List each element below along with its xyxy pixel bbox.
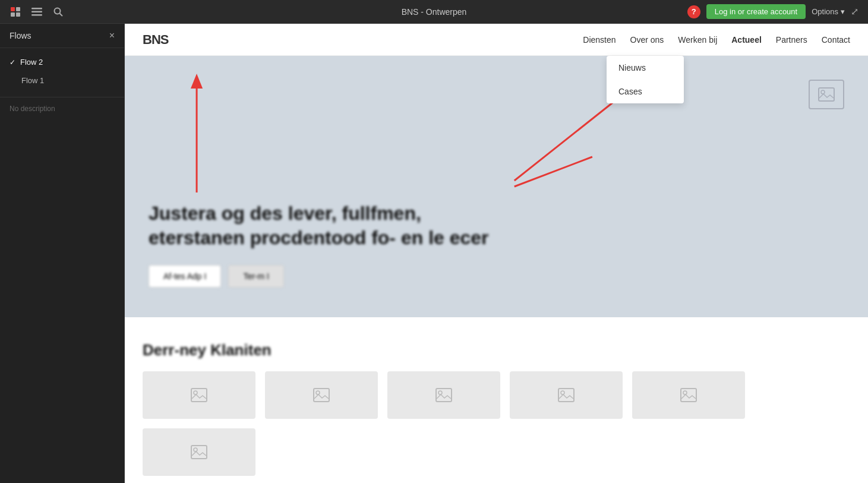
dropdown-nieuws[interactable]: Nieuws (607, 56, 684, 80)
partners-section: Derr-ney Klaniten (125, 317, 868, 483)
hero-title: Justera og des lever, fullfmen, eterstan… (149, 201, 505, 251)
svg-rect-3 (16, 12, 20, 17)
hero-secondary-button[interactable]: Ter-m I (228, 265, 284, 288)
flow2-label: Flow 2 (20, 58, 43, 67)
sidebar-description: No description (0, 97, 124, 120)
svg-rect-18 (191, 389, 207, 402)
partners-title: Derr-ney Klaniten (143, 341, 850, 359)
hero-section: Justera og des lever, fullfmen, eterstan… (125, 56, 868, 317)
svg-rect-20 (314, 389, 329, 402)
page-title: BNS - Ontwerpen (402, 7, 467, 17)
nav-diensten[interactable]: Diensten (583, 35, 616, 45)
main-layout: Flows × ✓ Flow 2 Flow 1 No description B… (0, 24, 868, 483)
logo-1 (143, 371, 255, 419)
sidebar-close-button[interactable]: × (109, 31, 115, 40)
nav-over-ons[interactable]: Over ons (630, 35, 664, 45)
site-nav: BNS Diensten Over ons Werken bij Actueel… (125, 24, 868, 56)
checkmark-icon: ✓ (10, 58, 15, 67)
hero-image-placeholder (809, 80, 844, 109)
nav-contact[interactable]: Contact (822, 35, 850, 45)
svg-point-25 (561, 391, 564, 394)
options-button[interactable]: Options ▾ (812, 7, 845, 16)
nav-partners[interactable]: Partners (776, 35, 807, 45)
svg-marker-10 (191, 74, 203, 89)
sidebar-toggle-icon[interactable] (31, 6, 43, 18)
top-bar-right: ? Log in or create account Options ▾ ⤢ (687, 4, 858, 19)
svg-rect-26 (681, 389, 696, 402)
svg-point-7 (55, 8, 61, 14)
hero-text: Justera og des lever, fullfmen, eterstan… (149, 201, 505, 288)
app-logo-icon[interactable] (10, 6, 21, 18)
top-bar: BNS - Ontwerpen ? Log in or create accou… (0, 0, 868, 24)
svg-rect-6 (31, 14, 42, 16)
expand-button[interactable]: ⤢ (851, 6, 858, 17)
svg-point-27 (683, 391, 687, 394)
svg-point-19 (194, 391, 197, 394)
logo-6 (143, 428, 255, 476)
logo-3 (387, 371, 500, 419)
content-area: BNS Diensten Over ons Werken bij Actueel… (125, 24, 868, 483)
svg-point-17 (821, 90, 825, 94)
sidebar-title: Flows (10, 31, 31, 40)
flow-item-flow2[interactable]: ✓ Flow 2 (0, 53, 124, 71)
top-bar-left (10, 6, 64, 18)
site-nav-links: Diensten Over ons Werken bij Actueel Par… (583, 35, 850, 45)
flow1-label: Flow 1 (21, 76, 44, 85)
actueel-dropdown: Nieuws Cases (607, 56, 684, 103)
svg-rect-2 (11, 12, 15, 17)
dropdown-cases[interactable]: Cases (607, 80, 684, 103)
svg-rect-4 (31, 8, 42, 10)
website-preview: BNS Diensten Over ons Werken bij Actueel… (125, 24, 868, 483)
hero-primary-button[interactable]: Af-tes Adp I (149, 265, 221, 288)
svg-rect-16 (819, 88, 834, 101)
svg-rect-5 (31, 11, 42, 12)
sidebar: Flows × ✓ Flow 2 Flow 1 No description (0, 24, 125, 483)
svg-line-8 (60, 13, 63, 16)
svg-rect-0 (11, 7, 15, 11)
chevron-down-icon: ▾ (841, 7, 845, 16)
hero-buttons: Af-tes Adp I Ter-m I (149, 265, 505, 288)
svg-rect-22 (436, 389, 452, 402)
site-logo: BNS (143, 32, 168, 48)
search-icon[interactable] (52, 6, 64, 18)
svg-line-13 (515, 157, 592, 187)
flow-list: ✓ Flow 2 Flow 1 (0, 48, 124, 94)
svg-rect-1 (16, 7, 20, 11)
logo-row (143, 371, 850, 476)
svg-point-21 (316, 391, 320, 394)
logo-2 (265, 371, 378, 419)
nav-actueel[interactable]: Actueel (731, 35, 762, 45)
sidebar-header: Flows × (0, 24, 124, 48)
help-button[interactable]: ? (687, 5, 700, 18)
login-button[interactable]: Log in or create account (706, 4, 806, 19)
nav-werken-bij[interactable]: Werken bij (678, 35, 717, 45)
svg-point-23 (438, 391, 442, 394)
flow-item-flow1[interactable]: Flow 1 (0, 71, 124, 90)
svg-point-29 (194, 448, 197, 452)
logo-4 (510, 371, 623, 419)
svg-rect-24 (558, 389, 574, 402)
logo-5 (632, 371, 745, 419)
svg-rect-28 (191, 446, 207, 459)
